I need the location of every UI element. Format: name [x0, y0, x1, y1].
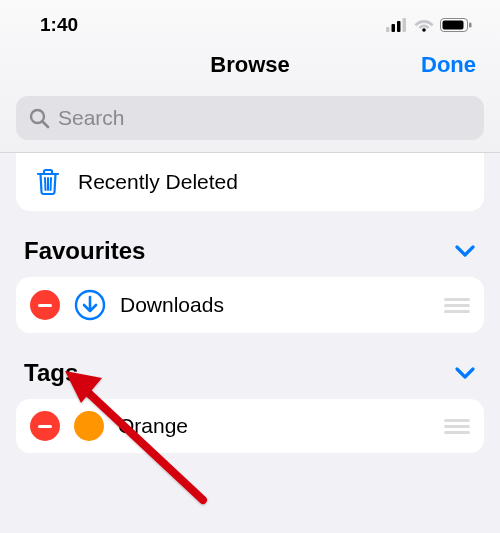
svg-rect-6	[443, 21, 464, 30]
recently-deleted-row[interactable]: Recently Deleted	[16, 153, 484, 211]
status-icons	[386, 18, 472, 32]
svg-line-10	[45, 178, 46, 190]
status-bar: 1:40	[0, 0, 500, 44]
svg-line-12	[51, 178, 52, 190]
favourite-item-downloads[interactable]: Downloads	[16, 277, 484, 333]
done-button[interactable]: Done	[421, 52, 476, 78]
drag-handle-icon[interactable]	[444, 298, 470, 313]
tags-header[interactable]: Tags	[16, 333, 484, 399]
search-input[interactable]: Search	[16, 96, 484, 140]
header: Browse Done	[0, 44, 500, 90]
battery-icon	[440, 18, 472, 32]
chevron-down-icon	[454, 244, 476, 258]
drag-handle-icon[interactable]	[444, 419, 470, 434]
favourites-title: Favourites	[24, 237, 145, 265]
tag-item-label: Orange	[118, 414, 430, 438]
svg-rect-3	[403, 18, 407, 32]
cellular-icon	[386, 18, 408, 32]
search-placeholder: Search	[58, 106, 125, 130]
wifi-icon	[414, 18, 434, 32]
search-icon	[28, 107, 50, 129]
svg-line-9	[43, 122, 49, 128]
svg-rect-2	[397, 21, 401, 32]
delete-button[interactable]	[30, 290, 60, 320]
favourite-item-label: Downloads	[120, 293, 430, 317]
chevron-down-icon	[454, 366, 476, 380]
svg-rect-1	[392, 24, 396, 32]
status-time: 1:40	[40, 14, 78, 36]
svg-rect-0	[386, 27, 390, 32]
svg-rect-7	[469, 23, 472, 28]
page-title: Browse	[210, 52, 289, 78]
tags-title: Tags	[24, 359, 78, 387]
download-icon	[74, 289, 106, 321]
recently-deleted-label: Recently Deleted	[78, 170, 238, 194]
trash-icon	[34, 167, 62, 197]
tag-item-orange[interactable]: Orange	[16, 399, 484, 453]
search-wrap: Search	[0, 90, 500, 153]
tag-color-dot	[74, 411, 104, 441]
delete-button[interactable]	[30, 411, 60, 441]
svg-point-4	[422, 28, 426, 32]
favourites-header[interactable]: Favourites	[16, 211, 484, 277]
